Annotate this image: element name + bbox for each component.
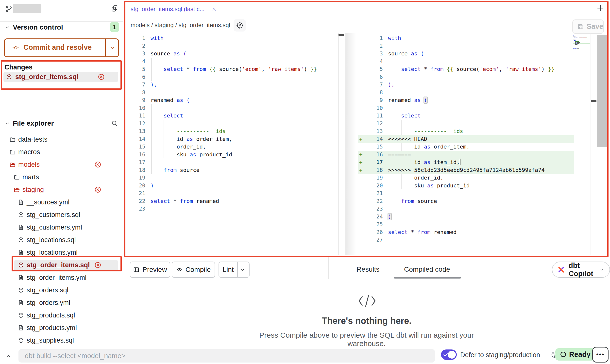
code-line[interactable]: ) bbox=[151, 182, 154, 190]
line-number: 8 bbox=[125, 89, 145, 97]
code-line[interactable]: from source bbox=[151, 166, 200, 174]
status-circle-icon bbox=[560, 351, 567, 358]
minimap-line bbox=[580, 37, 582, 37]
editor-tab[interactable]: stg_order_items.sql (last c... bbox=[125, 1, 222, 17]
command-input[interactable]: dbt build --select <model_name> bbox=[18, 349, 435, 363]
code-line[interactable]: from source bbox=[388, 197, 437, 205]
line-number: 19 bbox=[362, 174, 383, 182]
minimap-line bbox=[577, 48, 579, 49]
code-line[interactable]: order_id, bbox=[151, 143, 206, 151]
code-line[interactable]: ), bbox=[151, 81, 157, 89]
explorer-item[interactable]: stg_products.sql bbox=[0, 310, 123, 322]
search-icon[interactable] bbox=[111, 120, 118, 127]
code-line[interactable]: ======= bbox=[388, 151, 411, 159]
tab-compiled-code[interactable]: Compiled code bbox=[404, 265, 450, 273]
chevron-up-icon[interactable] bbox=[5, 353, 11, 359]
line-number: 13 bbox=[362, 127, 383, 135]
code-line[interactable]: select * from renamed bbox=[388, 228, 457, 236]
explorer-item[interactable]: marts bbox=[0, 172, 123, 183]
chevron-down-icon[interactable] bbox=[4, 24, 10, 30]
right-scrollbar[interactable] bbox=[591, 33, 591, 255]
explorer-item[interactable]: staging bbox=[0, 184, 123, 196]
compass-icon bbox=[236, 22, 243, 29]
discard-change-icon[interactable] bbox=[98, 73, 105, 81]
explorer-item[interactable]: stg_orders.yml bbox=[0, 297, 123, 309]
more-options-button[interactable]: ••• bbox=[592, 347, 609, 363]
chevron-down-icon[interactable] bbox=[4, 120, 10, 126]
explorer-item[interactable]: stg_customers.yml bbox=[0, 222, 123, 234]
doc-icon bbox=[18, 224, 24, 231]
code-line[interactable]: id as order_item, bbox=[388, 143, 470, 151]
explorer-item-label: macros bbox=[18, 148, 40, 156]
explorer-item[interactable]: stg_locations.yml bbox=[0, 247, 123, 259]
discard-change-icon[interactable] bbox=[94, 161, 102, 168]
code-line[interactable]: with bbox=[151, 34, 164, 42]
commit-button-label: Commit and resolve bbox=[23, 43, 92, 51]
new-tab-icon[interactable] bbox=[596, 4, 605, 12]
code-line[interactable]: select * from renamed bbox=[151, 197, 219, 205]
chevron-down-icon[interactable] bbox=[240, 267, 246, 273]
explorer-item[interactable]: macros bbox=[0, 147, 123, 158]
minimap-viewport[interactable] bbox=[597, 35, 608, 147]
lineage-button[interactable] bbox=[234, 19, 246, 32]
dbt-copilot-button[interactable]: dbt Copilot bbox=[552, 262, 610, 278]
discard-change-icon[interactable] bbox=[94, 261, 102, 269]
code-line[interactable]: renamed as ( bbox=[388, 96, 427, 104]
code-line[interactable]: select bbox=[151, 112, 183, 120]
close-icon[interactable] bbox=[211, 7, 217, 12]
statusbar-border bbox=[0, 347, 610, 347]
changes-item[interactable]: stg_order_items.sql bbox=[3, 72, 118, 82]
code-line[interactable]: select * from {{ source('ecom', 'raw_ite… bbox=[388, 65, 555, 73]
line-number: 16 bbox=[362, 151, 383, 159]
tab-results[interactable]: Results bbox=[356, 265, 379, 273]
code-line[interactable]: ) bbox=[388, 213, 391, 221]
defer-toggle[interactable] bbox=[441, 349, 457, 360]
save-button[interactable]: Save bbox=[572, 19, 604, 34]
commit-dropdown[interactable] bbox=[105, 39, 119, 56]
explorer-item[interactable]: stg_orders.sql bbox=[0, 285, 123, 297]
line-number: 3 bbox=[362, 50, 383, 58]
explorer-item[interactable]: models bbox=[0, 159, 123, 171]
code-line[interactable]: select * from {{ source('ecom', 'raw_ite… bbox=[151, 65, 317, 73]
code-line[interactable]: id as order_item, bbox=[151, 135, 232, 143]
version-control-badge: 1 bbox=[110, 22, 119, 32]
code-line[interactable]: ), bbox=[388, 81, 395, 89]
code-line[interactable]: id as item_id, bbox=[388, 158, 460, 166]
code-empty-icon bbox=[358, 294, 376, 308]
code-line[interactable]: sku as product_id bbox=[388, 182, 470, 190]
code-line[interactable]: source as ( bbox=[151, 50, 186, 58]
left-scrollbar[interactable] bbox=[338, 33, 339, 255]
code-line[interactable]: select bbox=[388, 112, 421, 120]
explorer-item[interactable]: stg_locations.sql bbox=[0, 234, 123, 246]
compile-button[interactable]: Compile bbox=[172, 262, 215, 278]
lint-button[interactable]: Lint bbox=[219, 262, 250, 278]
code-line[interactable]: source as ( bbox=[388, 50, 424, 58]
code-line[interactable]: sku as product_id bbox=[151, 151, 232, 159]
explorer-item[interactable]: __sources.yml bbox=[0, 197, 123, 209]
commit-and-resolve-button[interactable]: Commit and resolve bbox=[4, 38, 119, 57]
left-scrollbar-thumb[interactable] bbox=[339, 34, 344, 36]
explorer-item[interactable]: stg_supplies.sql bbox=[0, 335, 123, 347]
right-scrollbar-thumb[interactable] bbox=[591, 100, 596, 102]
copy-icon[interactable] bbox=[111, 5, 118, 12]
code-line[interactable]: >>>>>>> 58c1dd23d5eebd9cd2495fa7124ab61b… bbox=[388, 166, 545, 174]
code-line[interactable]: order_id, bbox=[388, 174, 443, 182]
code-line[interactable]: with bbox=[388, 34, 401, 42]
explorer-item[interactable]: stg_order_items.sql bbox=[0, 260, 123, 271]
explorer-item[interactable]: data-tests bbox=[0, 134, 123, 146]
code-line[interactable]: ---------- ids bbox=[151, 127, 226, 135]
code-line[interactable]: renamed as ( bbox=[151, 96, 190, 104]
minimap-line bbox=[573, 48, 575, 49]
minimap-line bbox=[579, 37, 581, 37]
preview-button[interactable]: Preview bbox=[130, 262, 170, 278]
doc-icon bbox=[18, 199, 24, 205]
explorer-item[interactable]: stg_products.yml bbox=[0, 322, 123, 334]
explorer-item[interactable]: stg_order_items.yml bbox=[0, 272, 123, 284]
minimap-line bbox=[577, 45, 580, 45]
minimap-line bbox=[575, 36, 575, 36]
branch-name-redacted[interactable] bbox=[13, 4, 41, 13]
code-line[interactable]: ---------- ids bbox=[388, 127, 463, 135]
explorer-item[interactable]: stg_customers.sql bbox=[0, 209, 123, 221]
code-line[interactable]: <<<<<<< HEAD bbox=[388, 135, 427, 143]
discard-change-icon[interactable] bbox=[94, 186, 102, 193]
